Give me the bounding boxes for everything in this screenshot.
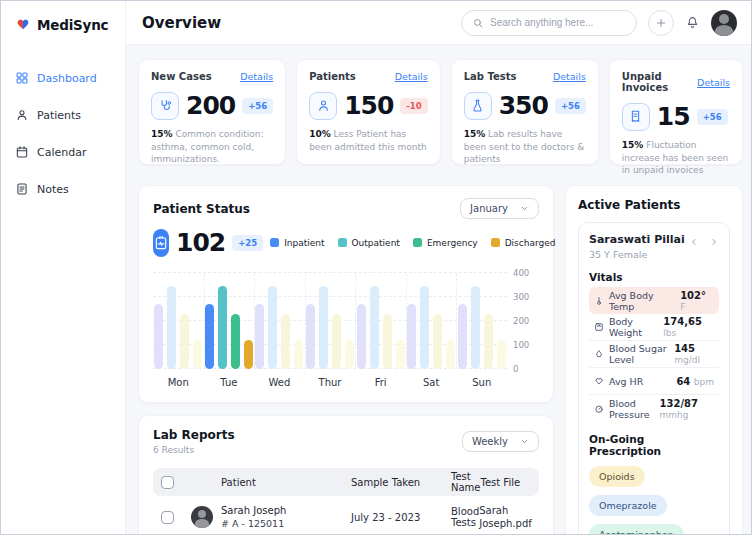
bar-discharged: [497, 340, 506, 369]
card-description: 15% Fluctuation increase has been seen i…: [622, 139, 730, 177]
sidebar-item-label: Patients: [37, 109, 81, 122]
active-patients-panel: Active Patients Saraswati Pillai 35 Y Fe…: [565, 185, 743, 534]
card-title: Unpaid Invoices: [622, 71, 697, 93]
x-axis-label: Tue: [204, 377, 255, 388]
period-select[interactable]: Weekly: [462, 431, 539, 452]
top-bar: Overview: [126, 1, 751, 45]
vital-label: Avg Body Temp: [609, 290, 680, 312]
bar-discharged: [396, 340, 405, 369]
person-icon: [15, 108, 29, 122]
card-title: Lab Tests: [464, 71, 517, 82]
sidebar-item-calendar[interactable]: Calendar: [15, 145, 111, 159]
chart-day-thur: Thur: [305, 273, 356, 388]
main-content: New Cases Details 200 +56 15% Common con…: [126, 45, 751, 534]
droplet-icon: [594, 349, 604, 359]
patient-status-bar-chart: MonTueWedThurFriSatSun 4003002001000: [153, 273, 539, 388]
card-description: 15% Lab results have been sent to the do…: [464, 128, 586, 166]
month-select[interactable]: January: [460, 198, 539, 219]
legend-label: Outpatient: [352, 238, 400, 248]
vital-unit: lbs: [663, 328, 676, 338]
vitals-title: Vitals: [589, 271, 719, 283]
sidebar-item-patients[interactable]: Patients: [15, 108, 111, 122]
weight-scale-icon: [594, 322, 604, 332]
chart-day-mon: Mon: [153, 273, 204, 388]
vital-value: 132/87: [660, 398, 698, 409]
pressure-gauge-icon: [594, 404, 604, 414]
legend-label: Discharged: [505, 238, 556, 248]
bar-outpatient: [370, 286, 379, 369]
details-link[interactable]: Details: [553, 71, 586, 82]
pill-opioids: Opioids: [589, 466, 645, 487]
test-name-cell: Blood Tests: [451, 506, 479, 528]
details-link[interactable]: Details: [240, 71, 273, 82]
active-patient-card: Saraswati Pillai 35 Y Female Vi: [578, 222, 730, 534]
vital-unit: F: [680, 302, 685, 312]
card-description: 10% Less Patient has been admitted this …: [309, 128, 428, 153]
x-axis-label: Sun: [456, 377, 507, 388]
vital-value: 145: [674, 343, 695, 354]
invoice-receipt-icon: [622, 103, 650, 131]
chevron-down-icon: [520, 204, 529, 213]
card-desc-percent: 15%: [622, 140, 644, 150]
vital-value: 102°: [680, 290, 706, 301]
card-desc-percent: 10%: [309, 129, 331, 139]
month-select-value: January: [470, 203, 508, 214]
patient-name: Sarah Joseph: [221, 505, 286, 516]
lab-reports-count: 6 Results: [153, 445, 235, 455]
patient-clipboard-icon: [153, 229, 169, 257]
bar-inpatient: [357, 304, 366, 369]
bar-outpatient: [167, 286, 176, 369]
legend-swatch: [413, 238, 422, 247]
sidebar-item-notes[interactable]: Notes: [15, 182, 111, 196]
bar-emergency: [433, 314, 442, 369]
legend-swatch: [491, 238, 500, 247]
chevron-left-icon[interactable]: [689, 237, 699, 247]
details-link[interactable]: Details: [697, 77, 730, 88]
vital-value: 64: [676, 376, 690, 387]
notifications-bell-icon[interactable]: [685, 15, 700, 30]
lab-reports-title: Lab Reports: [153, 428, 235, 442]
vital-label: Blood Pressure: [609, 398, 660, 420]
table-row[interactable]: Sarah Joseph # A - 125011 July 23 - 2023…: [153, 496, 539, 534]
sidebar-item-dashboard[interactable]: Dashboard: [15, 71, 111, 85]
bar-discharged: [446, 340, 455, 369]
sidebar: MediSync Dashboard Patients: [1, 1, 126, 534]
trend-badge: +56: [242, 98, 273, 114]
add-button[interactable]: [648, 10, 674, 36]
chevron-right-icon[interactable]: [709, 237, 719, 247]
chart-day-sat: Sat: [406, 273, 457, 388]
search-input[interactable]: [490, 17, 626, 28]
bar-emergency: [231, 314, 240, 369]
column-header-sample-taken: Sample Taken: [351, 477, 451, 488]
period-select-value: Weekly: [472, 436, 508, 447]
trend-badge: +56: [555, 98, 586, 114]
legend-swatch: [338, 238, 347, 247]
active-patient-name: Saraswati Pillai: [589, 233, 685, 246]
sample-taken-cell: July 23 - 2023: [351, 512, 451, 523]
brand-logo: MediSync: [15, 17, 111, 33]
test-file-cell[interactable]: Sarah Joseph.pdf: [479, 504, 557, 531]
chart-y-axis: 4003002001000: [513, 273, 539, 369]
bar-discharged: [193, 340, 202, 369]
card-new-cases: New Cases Details 200 +56 15% Common con…: [138, 59, 286, 165]
select-all-checkbox[interactable]: [161, 476, 174, 489]
vital-label: Avg HR: [609, 376, 643, 387]
vitals-list: Avg Body Temp 102° F Body Weight: [589, 287, 719, 422]
chevron-down-icon: [520, 437, 529, 446]
bar-outpatient: [218, 286, 227, 369]
card-title: Patients: [309, 71, 356, 82]
calendar-icon: [15, 145, 29, 159]
vital-label: Body Weight: [609, 316, 663, 338]
bar-outpatient: [319, 286, 328, 369]
legend-item-discharged: Discharged: [491, 238, 556, 248]
details-link[interactable]: Details: [395, 71, 428, 82]
bar-emergency: [180, 314, 189, 369]
brand-name: MediSync: [37, 17, 108, 33]
table-header-row: Patient Sample Taken Test Name Test File: [153, 468, 539, 496]
chart-day-fri: Fri: [355, 273, 406, 388]
row-checkbox[interactable]: [161, 511, 174, 524]
card-value: 15: [657, 102, 690, 131]
bar-inpatient: [205, 304, 214, 369]
user-avatar[interactable]: [711, 10, 737, 36]
bar-outpatient: [268, 286, 277, 369]
